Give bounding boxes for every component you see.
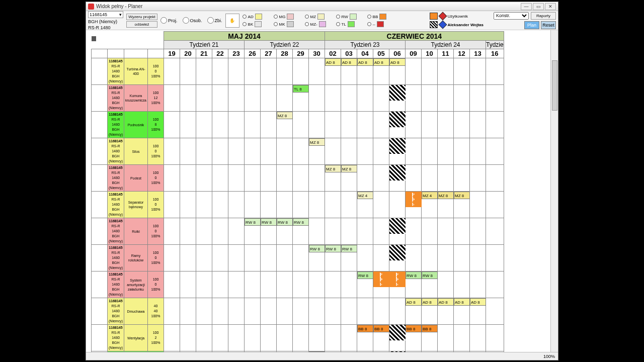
gantt-cell[interactable] [196, 272, 212, 298]
gantt-cell[interactable] [293, 298, 309, 325]
gantt-cell[interactable] [486, 298, 504, 325]
gantt-cell[interactable] [454, 112, 470, 138]
gantt-cell[interactable] [277, 85, 293, 112]
allocation-chip[interactable]: AD 8 [470, 298, 486, 306]
gantt-cell[interactable] [212, 58, 228, 85]
gantt-cell[interactable] [293, 192, 309, 218]
gantt-cell[interactable]: BB 8 [406, 325, 422, 351]
gantt-cell[interactable] [180, 218, 196, 245]
gantt-cell[interactable] [454, 218, 470, 245]
gantt-cell[interactable] [454, 245, 470, 272]
split-marker-icon[interactable] [389, 272, 406, 287]
gantt-cell[interactable] [228, 218, 245, 245]
gantt-cell[interactable] [341, 112, 357, 138]
allocation-chip[interactable]: MZ 4 [422, 192, 438, 199]
gantt-cell[interactable] [454, 85, 470, 112]
gantt-cell[interactable] [164, 245, 180, 272]
gantt-cell[interactable] [470, 325, 486, 351]
gantt-cell[interactable] [212, 272, 228, 298]
gantt-cell[interactable] [164, 298, 180, 325]
gantt-cell[interactable]: RW 8 [325, 245, 341, 272]
allocation-chip[interactable]: AD 8 [373, 58, 389, 66]
gantt-cell[interactable] [486, 218, 504, 245]
gantt-cell[interactable] [228, 325, 245, 351]
gantt-cell[interactable]: AD 8 [341, 58, 357, 85]
legend-radio[interactable] [274, 22, 278, 26]
gantt-cell[interactable] [470, 245, 486, 272]
gantt-cell[interactable] [422, 165, 438, 192]
gantt-cell[interactable] [180, 58, 196, 85]
gantt-cell[interactable] [228, 245, 245, 272]
allocation-chip[interactable]: AD 8 [438, 298, 454, 306]
allocation-chip[interactable]: RW 8 [309, 245, 325, 252]
gantt-cell[interactable] [454, 325, 470, 351]
gantt-cell[interactable] [277, 165, 293, 192]
gantt-cell[interactable] [293, 112, 309, 138]
gantt-cell[interactable] [470, 165, 486, 192]
gantt-cell[interactable] [261, 165, 277, 192]
allocation-chip[interactable]: AD 8 [454, 298, 470, 306]
gantt-cell[interactable] [454, 165, 470, 192]
allocation-chip[interactable]: BB 8 [422, 325, 438, 332]
allocation-chip[interactable]: MZ 8 [277, 112, 293, 119]
legend-radio[interactable] [336, 22, 340, 26]
minimize-button[interactable]: — [521, 3, 532, 10]
gantt-cell[interactable] [164, 325, 180, 351]
gantt-cell[interactable] [228, 85, 245, 112]
reset-project-button[interactable]: Wyzeru projekt [126, 14, 157, 20]
gantt-cell[interactable]: AD 8 [389, 58, 406, 85]
allocation-chip[interactable]: RW 8 [277, 218, 293, 226]
gantt-cell[interactable] [373, 165, 389, 192]
gantt-cell[interactable] [438, 272, 454, 298]
gantt-cell[interactable] [180, 272, 196, 298]
gantt-cell[interactable] [309, 325, 325, 351]
gantt-cell[interactable] [228, 112, 245, 138]
gantt-cell[interactable] [341, 138, 357, 165]
gantt-cell[interactable] [309, 58, 325, 85]
gantt-cell[interactable] [470, 112, 486, 138]
gantt-cell[interactable] [470, 138, 486, 165]
gantt-cell[interactable] [438, 218, 454, 245]
gantt-cell[interactable] [309, 298, 325, 325]
gantt-cell[interactable] [486, 112, 504, 138]
gantt-cell[interactable]: MZ 8 [438, 192, 454, 218]
gantt-cell[interactable] [422, 138, 438, 165]
allocation-chip[interactable]: MZ 8 [454, 192, 470, 199]
gantt-cell[interactable]: MZ 4 [357, 192, 373, 218]
hand-tool-icon[interactable]: ✋ [225, 14, 239, 28]
gantt-cell[interactable]: AD 8 [454, 298, 470, 325]
gantt-cell[interactable] [357, 138, 373, 165]
vertical-scrollbar[interactable] [550, 30, 558, 360]
gantt-cell[interactable] [309, 192, 325, 218]
gantt-cell[interactable] [373, 112, 389, 138]
gantt-cell[interactable] [373, 272, 389, 298]
gantt-cell[interactable] [180, 192, 196, 218]
gantt-cell[interactable] [277, 245, 293, 272]
refresh-button[interactable]: odśwież [126, 21, 157, 28]
gantt-cell[interactable]: RW 8 [261, 218, 277, 245]
gantt-cell[interactable] [438, 85, 454, 112]
gantt-cell[interactable] [196, 85, 212, 112]
gantt-cell[interactable]: RW 8 [406, 272, 422, 298]
deadline-flag-icon[interactable] [389, 138, 406, 154]
gantt-cell[interactable] [309, 272, 325, 298]
gantt-cell[interactable] [406, 138, 422, 165]
allocation-chip[interactable]: AD 8 [389, 58, 406, 66]
gantt-cell[interactable]: RW 8 [293, 218, 309, 245]
allocation-chip[interactable]: TL 8 [293, 85, 309, 93]
gantt-cell[interactable] [164, 85, 180, 112]
gantt-cell[interactable] [228, 58, 245, 85]
gantt-cell[interactable] [180, 325, 196, 351]
gantt-cell[interactable] [389, 112, 406, 138]
gantt-cell[interactable] [373, 298, 389, 325]
gantt-cell[interactable] [325, 325, 341, 351]
gantt-cell[interactable] [261, 192, 277, 218]
gantt-cell[interactable] [406, 192, 422, 218]
gantt-cell[interactable]: MZ 8 [454, 192, 470, 218]
gantt-cell[interactable] [389, 85, 406, 112]
gantt-cell[interactable] [438, 138, 454, 165]
gantt-cell[interactable] [196, 58, 212, 85]
gantt-cell[interactable] [245, 165, 261, 192]
gantt-cell[interactable] [406, 245, 422, 272]
gantt-cell[interactable] [277, 298, 293, 325]
